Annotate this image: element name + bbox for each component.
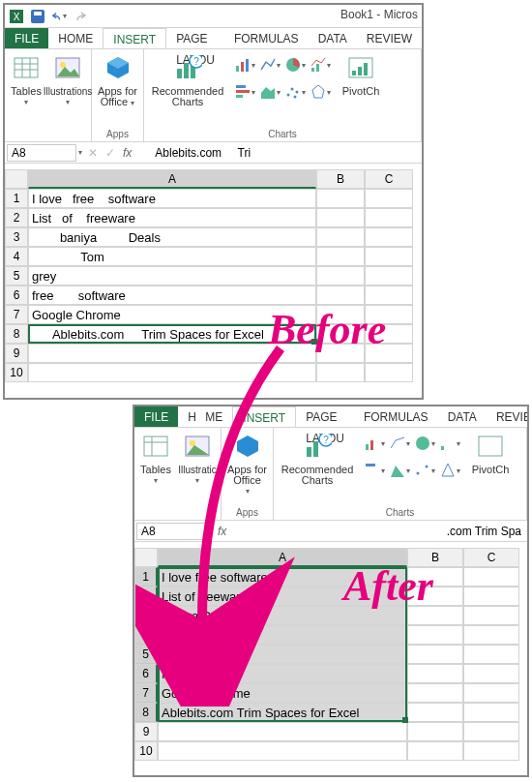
row-header[interactable]: 8 bbox=[5, 324, 28, 344]
redo-icon[interactable] bbox=[73, 9, 88, 24]
cell[interactable] bbox=[316, 266, 365, 286]
cell[interactable]: grey bbox=[28, 266, 316, 286]
pivotchart-button[interactable]: PivotCh bbox=[340, 52, 382, 97]
enter-icon[interactable]: ✓ bbox=[105, 146, 115, 160]
tab-data[interactable]: DATA bbox=[309, 28, 357, 48]
row-header[interactable]: 6 bbox=[5, 286, 28, 305]
cell[interactable] bbox=[463, 722, 519, 741]
tab-file[interactable]: FILE bbox=[5, 28, 48, 48]
tab-home[interactable]: HOME bbox=[48, 28, 103, 48]
row-header[interactable]: 3 bbox=[134, 606, 158, 625]
pivotchart-button[interactable]: PivotCh bbox=[469, 431, 512, 475]
bar-chart-icon[interactable]: ▾ bbox=[233, 52, 256, 77]
tab-review[interactable]: REVIEW bbox=[487, 406, 529, 427]
tables-button[interactable]: Tables▾ bbox=[11, 52, 42, 107]
cell[interactable] bbox=[365, 363, 413, 382]
hbar-chart-icon[interactable]: ▾ bbox=[233, 79, 256, 105]
illustrations-button[interactable]: Illustratic▾ bbox=[179, 431, 216, 486]
fx-icon[interactable]: fx bbox=[218, 525, 226, 538]
tab-insert[interactable]: INSERT bbox=[103, 28, 166, 48]
cell[interactable]: I love free software bbox=[28, 189, 316, 208]
row-header[interactable]: 1 bbox=[134, 567, 158, 586]
cell[interactable] bbox=[463, 586, 519, 606]
col-header-A[interactable]: A bbox=[28, 169, 316, 189]
name-box[interactable] bbox=[7, 144, 76, 162]
cancel-icon[interactable]: ✕ bbox=[88, 146, 98, 160]
cell[interactable] bbox=[407, 625, 463, 645]
scatter-chart-icon[interactable]: ▾ bbox=[283, 79, 307, 105]
cell[interactable] bbox=[463, 625, 519, 645]
cell[interactable] bbox=[316, 247, 365, 266]
cell[interactable] bbox=[28, 363, 316, 382]
tab-review[interactable]: REVIEW bbox=[357, 28, 422, 48]
cell[interactable] bbox=[407, 722, 463, 741]
cell[interactable] bbox=[407, 645, 463, 664]
row-header[interactable]: 9 bbox=[5, 344, 28, 363]
cell[interactable]: baniya Deals bbox=[28, 227, 316, 247]
formula-value[interactable]: Ablebits.com Tri bbox=[139, 146, 416, 160]
row-header[interactable]: 4 bbox=[134, 625, 158, 645]
cell[interactable]: List of freeware bbox=[28, 208, 316, 227]
cell[interactable] bbox=[407, 683, 463, 703]
cell[interactable]: free software bbox=[28, 286, 316, 305]
row-header[interactable]: 5 bbox=[134, 645, 158, 664]
cell[interactable] bbox=[463, 567, 519, 586]
cell[interactable] bbox=[158, 722, 407, 741]
cell[interactable] bbox=[365, 189, 413, 208]
name-box[interactable] bbox=[136, 523, 206, 540]
stock-chart-icon[interactable]: ▾ bbox=[309, 52, 332, 77]
apps-button[interactable]: Apps for Office ▾ bbox=[98, 52, 137, 108]
tab-pagelayout[interactable]: PAGE LAYOU bbox=[166, 28, 224, 48]
tab-data[interactable]: DATA bbox=[438, 406, 487, 427]
cell[interactable] bbox=[463, 741, 519, 761]
row-header[interactable]: 1 bbox=[5, 189, 28, 208]
save-icon[interactable] bbox=[30, 9, 45, 24]
cell[interactable] bbox=[316, 189, 365, 208]
apps-button[interactable]: Apps for Office▾ bbox=[227, 431, 267, 496]
cell[interactable]: Tom bbox=[28, 247, 316, 266]
cell[interactable] bbox=[463, 645, 519, 664]
cell[interactable]: Google Chrome bbox=[158, 683, 407, 703]
row-header[interactable]: 10 bbox=[5, 363, 28, 382]
tab-formulas[interactable]: FORMULAS bbox=[354, 406, 438, 427]
recommended-charts-button[interactable]: ?Recommended Charts bbox=[150, 52, 225, 107]
row-header[interactable]: 4 bbox=[5, 247, 28, 266]
cell[interactable] bbox=[316, 363, 365, 382]
cell[interactable] bbox=[463, 683, 519, 703]
select-all-cell[interactable] bbox=[5, 169, 28, 189]
row-header[interactable]: 9 bbox=[134, 722, 158, 741]
cell[interactable] bbox=[407, 741, 463, 761]
row-header[interactable]: 6 bbox=[134, 664, 158, 683]
undo-icon[interactable]: ▾ bbox=[51, 9, 67, 24]
cell[interactable] bbox=[463, 703, 519, 722]
tab-formulas[interactable]: FORMULAS bbox=[224, 28, 309, 48]
col-header-C[interactable]: C bbox=[463, 548, 519, 567]
row-header[interactable]: 2 bbox=[5, 208, 28, 227]
cell[interactable] bbox=[316, 286, 365, 305]
pie-chart-icon[interactable]: ▾ bbox=[283, 52, 307, 77]
cell[interactable] bbox=[463, 606, 519, 625]
illustrations-button[interactable]: Illustrations▾ bbox=[49, 52, 86, 107]
row-header[interactable]: 10 bbox=[134, 741, 158, 761]
cell[interactable] bbox=[463, 664, 519, 683]
row-header[interactable]: 2 bbox=[134, 586, 158, 606]
formula-value[interactable]: .com Trim Spa bbox=[234, 525, 521, 538]
cell[interactable]: Ablebits.com Trim Spaces for Excel bbox=[158, 703, 407, 722]
cell[interactable] bbox=[316, 227, 365, 247]
row-header[interactable]: 7 bbox=[5, 305, 28, 324]
cell[interactable] bbox=[316, 208, 365, 227]
recommended-charts-button[interactable]: ?Recommended Charts bbox=[280, 431, 355, 486]
cell[interactable] bbox=[365, 208, 413, 227]
cell[interactable] bbox=[365, 266, 413, 286]
cell[interactable] bbox=[365, 227, 413, 247]
row-header[interactable]: 8 bbox=[134, 703, 158, 722]
select-all-cell[interactable] bbox=[134, 548, 158, 567]
radar-chart-icon[interactable]: ▾ bbox=[309, 79, 332, 105]
tab-insert[interactable]: INSERT bbox=[232, 406, 296, 427]
cell[interactable]: grey bbox=[158, 645, 407, 664]
tables-button[interactable]: Tables▾ bbox=[140, 431, 171, 486]
cell[interactable]: free software bbox=[158, 664, 407, 683]
tab-home[interactable]: HOME bbox=[178, 406, 232, 427]
cell[interactable] bbox=[365, 247, 413, 266]
cell[interactable] bbox=[158, 741, 407, 761]
